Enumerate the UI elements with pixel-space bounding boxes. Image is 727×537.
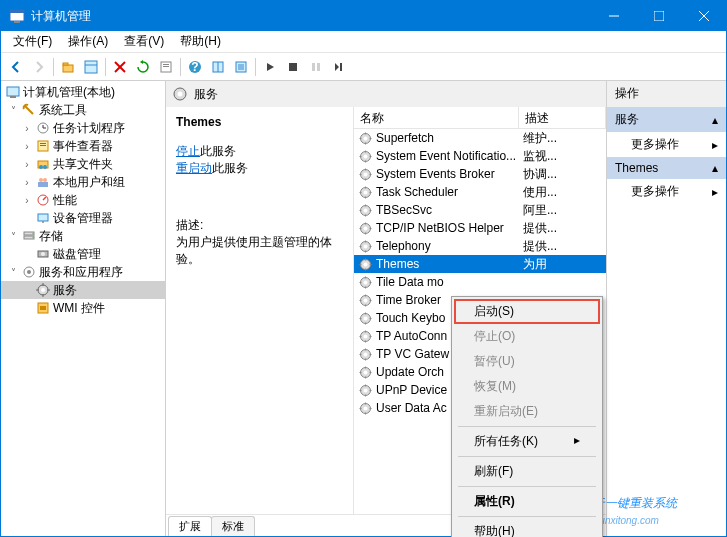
close-button[interactable]	[681, 1, 726, 31]
list-button[interactable]	[230, 56, 252, 78]
delete-button[interactable]	[109, 56, 131, 78]
separator	[53, 58, 54, 76]
forward-button[interactable]	[28, 56, 50, 78]
expander-icon[interactable]: ˅	[7, 105, 19, 116]
svg-rect-1	[10, 10, 24, 13]
tree-devicemgr[interactable]: 设备管理器	[1, 209, 165, 227]
menu-view[interactable]: 查看(V)	[116, 31, 172, 52]
gear-icon	[358, 329, 372, 343]
tree-localusers[interactable]: › 本地用户和组	[1, 173, 165, 191]
help-button[interactable]: ?	[184, 56, 206, 78]
service-row[interactable]: Themes为用	[354, 255, 606, 273]
tree-systools[interactable]: ˅ 系统工具	[1, 101, 165, 119]
separator	[458, 456, 596, 457]
svg-rect-29	[10, 96, 16, 98]
col-desc-header[interactable]: 描述	[519, 107, 606, 128]
tab-extended[interactable]: 扩展	[168, 516, 212, 536]
tree-label: 服务和应用程序	[39, 264, 123, 281]
main-area: 计算机管理(本地) ˅ 系统工具 › 任务计划程序 › 事件查看器 › 共享文件…	[1, 81, 726, 536]
context-pause[interactable]: 暂停(U)	[454, 349, 600, 374]
svg-point-37	[39, 165, 43, 169]
services-icon	[21, 264, 37, 280]
gear-icon	[358, 167, 372, 181]
tree-servicesapps[interactable]: ˅ 服务和应用程序	[1, 263, 165, 281]
service-row[interactable]: Tile Data mo	[354, 273, 606, 291]
tree-diskmgmt[interactable]: 磁盘管理	[1, 245, 165, 263]
refresh-button[interactable]	[132, 56, 154, 78]
expander-icon[interactable]: ›	[21, 123, 33, 134]
gear-icon	[358, 221, 372, 235]
minimize-button[interactable]	[591, 1, 636, 31]
tree-label: 事件查看器	[53, 138, 113, 155]
tree-storage[interactable]: ˅ 存储	[1, 227, 165, 245]
view-button[interactable]	[80, 56, 102, 78]
context-stop[interactable]: 停止(O)	[454, 324, 600, 349]
expander-icon[interactable]: ›	[21, 195, 33, 206]
actions-services-header[interactable]: 服务 ▴	[607, 107, 726, 132]
tree-label: 系统工具	[39, 102, 87, 119]
tree-sharedfolders[interactable]: › 共享文件夹	[1, 155, 165, 173]
service-name: TCP/IP NetBIOS Helper	[376, 221, 523, 235]
properties-button[interactable]	[207, 56, 229, 78]
gear-icon	[358, 365, 372, 379]
tree-taskscheduler[interactable]: › 任务计划程序	[1, 119, 165, 137]
service-row[interactable]: Task Scheduler使用...	[354, 183, 606, 201]
service-row[interactable]: Superfetch维护...	[354, 129, 606, 147]
actions-more[interactable]: 更多操作 ▸	[607, 132, 726, 157]
up-button[interactable]	[57, 56, 79, 78]
play-button[interactable]	[259, 56, 281, 78]
expander-icon[interactable]: ˅	[7, 267, 19, 278]
gear-icon	[358, 311, 372, 325]
context-start[interactable]: 启动(S)	[454, 299, 600, 324]
context-help[interactable]: 帮助(H)	[454, 519, 600, 537]
service-desc: 提供...	[523, 220, 557, 237]
service-row[interactable]: Telephony提供...	[354, 237, 606, 255]
maximize-button[interactable]	[636, 1, 681, 31]
tree-label: 存储	[39, 228, 63, 245]
service-row[interactable]: TCP/IP NetBIOS Helper提供...	[354, 219, 606, 237]
gear-icon	[358, 275, 372, 289]
menu-file[interactable]: 文件(F)	[5, 31, 60, 52]
gear-icon	[358, 239, 372, 253]
tree-eventviewer[interactable]: › 事件查看器	[1, 137, 165, 155]
context-restart[interactable]: 重新启动(E)	[454, 399, 600, 424]
restart-service-link[interactable]: 重启动	[176, 161, 212, 175]
context-properties[interactable]: 属性(R)	[454, 489, 600, 514]
tree-pane: 计算机管理(本地) ˅ 系统工具 › 任务计划程序 › 事件查看器 › 共享文件…	[1, 81, 166, 536]
expander-icon[interactable]: ˅	[7, 231, 19, 242]
service-row[interactable]: System Events Broker协调...	[354, 165, 606, 183]
svg-point-40	[43, 178, 47, 182]
context-alltasks[interactable]: 所有任务(K)▸	[454, 429, 600, 454]
tree-label: WMI 控件	[53, 300, 105, 317]
stop-service-link[interactable]: 停止	[176, 144, 200, 158]
expander-icon[interactable]: ›	[21, 141, 33, 152]
service-row[interactable]: System Event Notificatio...监视...	[354, 147, 606, 165]
context-menu: 启动(S) 停止(O) 暂停(U) 恢复(M) 重新启动(E) 所有任务(K)▸…	[451, 296, 603, 537]
service-desc: 使用...	[523, 184, 557, 201]
actions-themes-header[interactable]: Themes ▴	[607, 157, 726, 179]
pause-button[interactable]	[305, 56, 327, 78]
context-resume[interactable]: 恢复(M)	[454, 374, 600, 399]
actions-more-themes[interactable]: 更多操作 ▸	[607, 179, 726, 204]
tree-services[interactable]: 服务	[1, 281, 165, 299]
tree-root[interactable]: 计算机管理(本地)	[1, 83, 165, 101]
stop-button[interactable]	[282, 56, 304, 78]
tab-standard[interactable]: 标准	[211, 516, 255, 536]
restart-button[interactable]	[328, 56, 350, 78]
gear-icon	[358, 185, 372, 199]
description-label: 描述:	[176, 217, 343, 234]
menu-help[interactable]: 帮助(H)	[172, 31, 229, 52]
svg-rect-27	[340, 63, 342, 71]
svg-point-48	[32, 233, 33, 234]
back-button[interactable]	[5, 56, 27, 78]
expander-icon[interactable]: ›	[21, 177, 33, 188]
menu-action[interactable]: 操作(A)	[60, 31, 116, 52]
tree-performance[interactable]: › 性能	[1, 191, 165, 209]
tree-wmi[interactable]: WMI 控件	[1, 299, 165, 317]
context-refresh[interactable]: 刷新(F)	[454, 459, 600, 484]
col-name-header[interactable]: 名称	[354, 107, 519, 128]
selected-service-name: Themes	[176, 115, 343, 129]
expander-icon[interactable]: ›	[21, 159, 33, 170]
export-button[interactable]	[155, 56, 177, 78]
service-row[interactable]: TBSecSvc阿里...	[354, 201, 606, 219]
